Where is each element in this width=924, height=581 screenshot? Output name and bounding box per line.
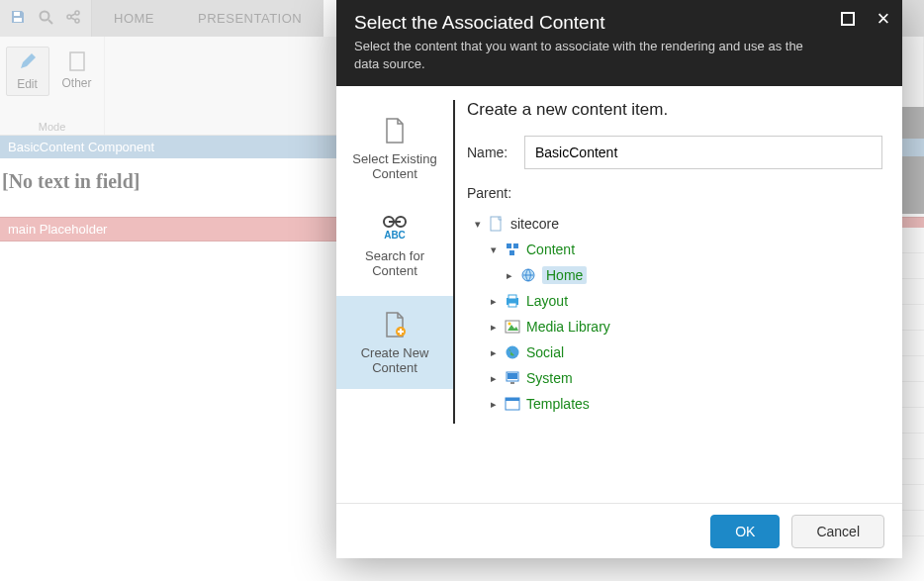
tree-node-content[interactable]: ▾ Content [467,237,882,262]
svg-rect-21 [508,295,516,299]
caret-right-icon[interactable]: ▸ [489,398,499,411]
caret-down-icon[interactable]: ▾ [489,243,499,256]
nav-create-new[interactable]: Create New Content [336,296,453,389]
tree-node-media[interactable]: ▸ Media Library [467,314,882,339]
nav-select-existing[interactable]: Select Existing Content [336,102,453,195]
name-label: Name: [467,145,512,160]
printer-icon [505,293,520,309]
dialog: Select the Associated Content Select the… [336,0,902,558]
tree-node-system[interactable]: ▸ System [467,365,882,391]
caret-right-icon[interactable]: ▸ [489,321,499,334]
nav-search[interactable]: ABC Search for Content [336,199,453,292]
tree-node-layout[interactable]: ▸ Layout [467,288,882,314]
globe-icon [520,267,536,283]
svg-point-25 [508,323,511,326]
tree-node-sitecore[interactable]: ▾ sitecore [467,211,882,237]
svg-rect-29 [510,382,514,384]
tree-node-templates[interactable]: ▸ Templates [467,391,882,417]
svg-rect-22 [508,303,516,307]
close-icon[interactable]: × [875,10,892,28]
dialog-title: Select the Associated Content [354,12,884,34]
svg-rect-31 [506,398,519,401]
dialog-main: Create a new content item. Name: Parent:… [463,86,902,503]
caret-down-icon[interactable]: ▾ [473,218,483,231]
image-icon [505,319,520,335]
dialog-heading: Create a new content item. [467,100,882,120]
svg-text:ABC: ABC [384,230,406,241]
svg-point-26 [507,346,519,359]
svg-rect-16 [507,243,511,248]
ok-button[interactable]: OK [710,515,780,548]
svg-rect-17 [513,243,518,248]
dialog-body: Select Existing Content ABC Search for C… [336,86,902,503]
svg-rect-28 [508,373,517,379]
dialog-divider [453,100,455,424]
earth-icon [505,344,520,360]
dialog-nav: Select Existing Content ABC Search for C… [336,86,453,503]
tree-node-home[interactable]: ▸ Home [467,262,882,288]
document-icon [489,216,505,232]
window-icon [505,396,520,412]
parent-label: Parent: [467,185,882,201]
caret-right-icon[interactable]: ▸ [505,269,514,282]
caret-right-icon[interactable]: ▸ [489,372,499,385]
maximize-icon[interactable] [839,10,857,28]
dialog-footer: OK Cancel [336,503,902,558]
caret-right-icon[interactable]: ▸ [489,346,499,359]
caret-right-icon[interactable]: ▸ [489,295,499,308]
monitor-icon [505,370,520,386]
cancel-button[interactable]: Cancel [791,515,884,548]
svg-rect-18 [509,250,514,255]
dialog-header: Select the Associated Content Select the… [336,0,902,86]
dialog-subtitle: Select the content that you want to asso… [354,38,819,72]
tree-node-social[interactable]: ▸ Social [467,339,882,365]
name-field[interactable] [524,136,882,169]
cubes-icon [505,242,520,257]
tree: ▾ sitecore ▾ Content ▸ Home ▸ La [467,211,882,417]
